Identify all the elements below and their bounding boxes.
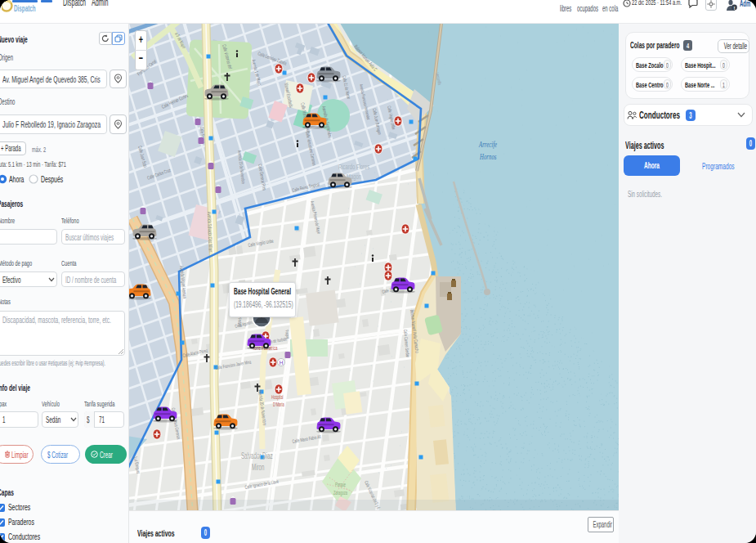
svg-text:Parque: Parque — [335, 482, 346, 487]
svg-text:D'Maria: D'Maria — [273, 402, 284, 407]
svg-text:Miron: Miron — [252, 462, 265, 472]
svg-text:Ricardo Flores: Ricardo Flores — [338, 163, 369, 172]
svg-text:Hornos: Hornos — [479, 151, 497, 161]
svg-text:Arrecife: Arrecife — [478, 139, 497, 149]
svg-text:Salvador Diaz: Salvador Diaz — [241, 451, 272, 460]
svg-text:Hospital: Hospital — [271, 394, 284, 400]
svg-text:H: H — [280, 360, 284, 366]
svg-text:!: ! — [734, 6, 736, 11]
svg-text:Zaragoza: Zaragoza — [333, 490, 347, 496]
